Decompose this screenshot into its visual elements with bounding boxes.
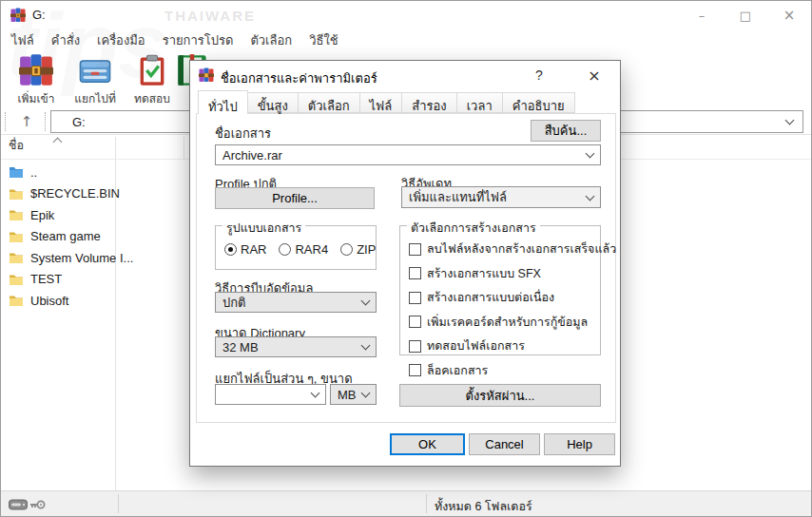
split-unit-value: MB [338,388,357,402]
dialog-close-button[interactable]: × [572,61,616,89]
split-unit-combobox[interactable]: MB [330,384,377,405]
sort-ascending-icon [53,138,63,147]
checkbox-icon [409,243,421,256]
checkbox-recovery-record[interactable]: เพิ่มเรคคอร์ดสำหรับการกู้ข้อมูล [409,313,616,332]
radio-icon [340,243,353,256]
tab-advanced[interactable]: ขั้นสูง [248,92,299,113]
key-icon [30,499,46,510]
toolbar-extract-button[interactable]: แยกไปที่ [66,53,125,107]
menu-help[interactable]: วิธีใช้ [300,30,346,50]
window-title: G: [32,8,46,22]
dialog-help-button[interactable]: ? [521,61,557,89]
checkbox-test-files[interactable]: ทดสอบไฟล์เอกสาร [409,336,616,355]
window-controls: – □ × [680,1,811,29]
address-value: G: [72,115,86,129]
chevron-down-icon[interactable] [586,149,595,159]
status-bar: ทั้งหมด 6 โฟลเดอร์ [1,490,811,516]
menu-bar: ไฟล์ คำสั่ง เครื่องมือ รายการโปรด ตัวเลื… [1,29,811,51]
archive-format-legend: รูปแบบเอกสาร [222,219,305,238]
address-grip[interactable] [45,112,46,131]
dictionary-size-value: 32 MB [222,340,259,354]
compression-method-combobox[interactable]: ปกติ [215,292,377,313]
radio-zip[interactable]: ZIP [340,242,376,257]
browse-button[interactable]: สืบค้น... [531,120,601,142]
toolbar-add-label: เพิ่มเข้า [7,89,66,107]
add-archive-icon [19,53,53,87]
dialog-title: ชื่อเอกสารและค่าพารามิเตอร์ [221,68,377,88]
chevron-down-icon[interactable] [361,341,371,351]
checkbox-icon [409,316,421,328]
statusbar-divider [118,494,119,513]
folder-icon [9,250,24,265]
radio-icon [279,243,291,256]
maximize-button[interactable]: □ [724,1,767,29]
folder-icon [9,207,24,222]
chevron-down-icon[interactable] [361,297,371,306]
close-button[interactable]: × [767,1,811,29]
winrar-window: G: THAIWARE tips – □ × ไฟล์ คำสั่ง เครื่… [0,0,812,517]
tab-backup[interactable]: สำรอง [402,92,456,113]
chevron-down-icon[interactable] [785,116,795,125]
archive-format-group: รูปแบบเอกสาร RAR RAR4 ZIP [215,225,377,270]
menu-file[interactable]: ไฟล์ [3,30,43,50]
menu-commands[interactable]: คำสั่ง [43,30,88,50]
archiving-options-legend: ตัวเลือกการสร้างเอกสาร [407,219,540,238]
checkbox-icon [409,364,421,376]
chevron-down-icon[interactable] [361,389,371,398]
menu-tools[interactable]: เครื่องมือ [88,30,154,50]
archive-parameters-dialog: ชื่อเอกสารและค่าพารามิเตอร์ ? × ทั่วไป ข… [189,60,621,467]
window-titlebar: G: THAIWARE tips – □ × [1,1,811,29]
update-mode-combobox[interactable]: เพิ่มและแทนที่ไฟล์ [401,186,601,208]
radio-selected-icon [224,243,237,256]
tab-options[interactable]: ตัวเลือก [299,92,360,113]
checkbox-delete-files[interactable]: ลบไฟล์หลังจากสร้างเอกสารเสร็จแล้ว [409,239,616,258]
menu-options[interactable]: ตัวเลือก [242,30,300,50]
split-volumes-combobox[interactable] [215,384,326,405]
checkbox-icon [409,292,421,304]
radio-rar4[interactable]: RAR4 [279,242,328,257]
dictionary-size-combobox[interactable]: 32 MB [215,336,377,357]
checkbox-solid-archive[interactable]: สร้างเอกสารแบบต่อเนื่อง [409,288,616,307]
dialog-tabs: ทั่วไป ขั้นสูง ตัวเลือก ไฟล์ สำรอง เวลา … [198,92,575,114]
up-directory-button[interactable]: ↑ [12,110,41,133]
help-button[interactable]: Help [544,433,615,455]
folder-icon [9,293,24,308]
update-mode-value: เพิ่มและแทนที่ไฟล์ [409,187,507,207]
minimize-button[interactable]: – [680,1,724,29]
toolbar-extract-label: แยกไปที่ [66,89,125,107]
toolbar-test-button[interactable]: ทดสอบ [125,53,180,107]
test-archive-icon [135,53,169,87]
folder-icon [9,186,24,201]
checkbox-lock-archive[interactable]: ล็อคเอกสาร [409,361,616,380]
toolbar-test-label: ทดสอบ [125,89,180,107]
archive-name-value: Archive.rar [222,148,282,163]
checkbox-icon [409,267,421,279]
statusbar-divider [426,494,427,513]
cancel-button[interactable]: Cancel [469,433,540,455]
archive-name-combobox[interactable]: Archive.rar [215,144,601,165]
checkbox-create-sfx[interactable]: สร้างเอกสารแบบ SFX [409,264,616,283]
ok-button[interactable]: OK [390,433,465,455]
tab-general[interactable]: ทั่วไป [198,90,248,114]
radio-rar[interactable]: RAR [224,242,266,257]
folder-icon [9,272,24,287]
tab-time[interactable]: เวลา [457,92,503,113]
archive-name-label: ชื่อเอกสาร [215,124,271,144]
set-password-button[interactable]: ตั้งรหัสผ่าน... [399,384,601,407]
chevron-down-icon[interactable] [311,389,320,398]
toolbar-add-button[interactable]: เพิ่มเข้า [7,53,66,107]
chevron-down-icon[interactable] [586,191,595,201]
profile-button[interactable]: Profile... [215,187,375,209]
winrar-dialog-icon [199,67,214,83]
up-folder-icon [9,164,24,180]
toolbar-grip[interactable] [5,112,6,131]
folder-icon [9,229,24,244]
menu-favorites[interactable]: รายการโปรด [154,30,242,50]
drive-icon [9,499,28,510]
column-divider[interactable] [184,137,184,160]
tab-comment[interactable]: คำอธิบาย [503,92,575,113]
tab-files[interactable]: ไฟล์ [360,92,403,113]
column-header-name[interactable]: ชื่อ [9,136,24,155]
archiving-options-group: ตัวเลือกการสร้างเอกสาร ลบไฟล์หลังจากสร้า… [399,225,601,355]
dialog-titlebar: ชื่อเอกสารและค่าพารามิเตอร์ ? × [190,61,620,89]
